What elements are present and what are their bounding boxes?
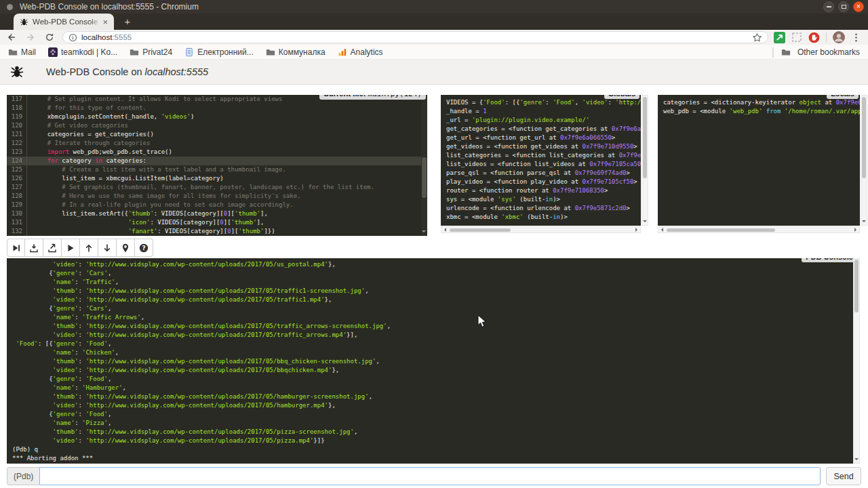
- bookmark-item[interactable]: Analytics: [338, 47, 383, 57]
- reload-icon[interactable]: [42, 31, 57, 43]
- globals-badge: Globals: [604, 95, 639, 99]
- locals-hscrollbar-thumb[interactable]: [667, 228, 775, 232]
- bookmark-item[interactable]: teamkodi | Ko...: [48, 47, 117, 57]
- pdb-console-badge: PDB Console: [802, 258, 853, 262]
- code-text: 'fanart': VIDEOS[category][0]['thumb']}): [27, 227, 275, 236]
- console-scrollbar-thumb[interactable]: [854, 260, 859, 312]
- console-line: 'video': 'http://www.vidsplay.com/wp-con…: [12, 331, 853, 340]
- return-button[interactable]: [43, 239, 62, 257]
- new-tab-button[interactable]: +: [119, 16, 136, 28]
- locals-scroll-down-arrow[interactable]: [862, 220, 866, 224]
- window-title: Web-PDB Console on localhost:5555 - Chro…: [20, 2, 199, 12]
- code-text: import web_pdb;web_pdb.set_trace(): [27, 148, 172, 157]
- globals-hscrollbar-thumb[interactable]: [450, 228, 511, 232]
- tab-title: Web-PDB Console on loca: [33, 18, 100, 26]
- forward-icon[interactable]: [23, 31, 38, 43]
- console-line: *** Aborting addon ***: [12, 454, 853, 463]
- extension-blocker-icon[interactable]: [808, 32, 820, 43]
- debugger-toolbar: ?: [7, 239, 153, 257]
- extension-gray-icon[interactable]: [791, 32, 802, 43]
- editor-vertical-scrollbar[interactable]: [421, 95, 427, 236]
- back-icon[interactable]: [4, 31, 19, 43]
- extension-green-icon[interactable]: [774, 32, 785, 43]
- code-line: 121 categories = get_categories(): [7, 130, 427, 139]
- chart-icon: [338, 47, 347, 57]
- continue-button[interactable]: [62, 239, 80, 257]
- address-bar[interactable]: localhost:5555: [62, 31, 768, 43]
- console-scroll-down-arrow[interactable]: [854, 458, 859, 462]
- globals-horizontal-scrollbar[interactable]: [441, 226, 641, 233]
- bookmark-item[interactable]: Privat24: [130, 47, 172, 57]
- down-icon: [102, 243, 112, 253]
- code-lines: 117 # Set plugin content. It allows Kodi…: [7, 95, 427, 236]
- globals-scroll-left-arrow[interactable]: [442, 228, 446, 232]
- code-line: 131 'icon': VIDEOS[category][0]['thumb']…: [7, 218, 427, 227]
- up-button[interactable]: [80, 239, 98, 257]
- send-button[interactable]: Send: [826, 467, 861, 485]
- mouse-cursor: [477, 314, 488, 331]
- step-button[interactable]: [25, 239, 43, 257]
- step-icon: [29, 243, 39, 253]
- window-titlebar[interactable]: Web-PDB Console on localhost:5555 - Chro…: [0, 0, 868, 14]
- console-line: 'video': 'http://www.vidsplay.com/wp-con…: [12, 260, 853, 269]
- next-icon: [12, 243, 21, 253]
- down-button[interactable]: [98, 239, 117, 257]
- bookmark-label: Analytics: [351, 47, 383, 57]
- code-line: 126 list_item = xbmcgui.ListItem(label=c…: [7, 174, 427, 183]
- locals-horizontal-scrollbar[interactable]: [658, 226, 860, 233]
- locals-scroll-right-arrow[interactable]: [854, 228, 859, 232]
- active-tab[interactable]: Web-PDB Console on loca ×: [14, 14, 114, 30]
- bookmark-item[interactable]: Mail: [8, 47, 36, 57]
- line-number: 118: [7, 104, 27, 113]
- globals-line: xbmc = <module 'xbmc' (built-in)>: [446, 213, 641, 222]
- bookmark-star-icon[interactable]: [752, 33, 762, 43]
- maximize-button[interactable]: [838, 1, 849, 12]
- line-number: 125: [7, 165, 27, 174]
- kodi-icon: [48, 47, 58, 57]
- window-close-button[interactable]: ×: [853, 1, 864, 12]
- locals-scrollbar-thumb[interactable]: [862, 97, 866, 178]
- code-text: # Set graphics (thumbnail, fanart, banne…: [27, 183, 374, 192]
- pdb-prompt-row: (Pdb) Send: [7, 467, 861, 485]
- console-line: 'thumb': 'http://www.vidsplay.com/wp-con…: [12, 428, 853, 436]
- editor-scrollbar-thumb[interactable]: [422, 157, 427, 198]
- other-bookmarks[interactable]: | Other bookmarks: [772, 46, 860, 58]
- site-info-icon[interactable]: [68, 33, 77, 42]
- current-file-panel: Current file: main.py(124) 117 # Set plu…: [7, 95, 427, 236]
- help-button[interactable]: ?: [135, 239, 153, 257]
- code-line: 128 # Here we use the same image for all…: [7, 192, 427, 201]
- bookmark-item[interactable]: Коммуналка: [266, 47, 326, 57]
- globals-line: urlencode = <function urlencode at 0x7f9…: [446, 204, 641, 213]
- pdb-prompt-label: (Pdb): [7, 467, 39, 485]
- bookmark-label: Privat24: [142, 47, 172, 57]
- locals-badge: Locals: [827, 95, 859, 99]
- pdb-console-panel: PDB Console 'video': 'http://www.vidspla…: [7, 258, 853, 464]
- globals-line: play_video = <function play_video at 0x7…: [446, 178, 641, 186]
- pdb-command-input[interactable]: [39, 467, 821, 485]
- window-controls: ×: [823, 1, 864, 12]
- code-line: 132 'fanart': VIDEOS[category][0]['thumb…: [7, 227, 427, 236]
- globals-scroll-down-arrow[interactable]: [643, 220, 647, 224]
- editor-scroll-down-arrow[interactable]: [422, 230, 426, 235]
- globals-vertical-scrollbar[interactable]: [642, 95, 648, 226]
- locals-scroll-left-arrow[interactable]: [659, 228, 663, 232]
- bookmarks-list: Mailteamkodi | Ko...Privat24Електронний.…: [0, 47, 383, 57]
- locals-vertical-scrollbar[interactable]: [861, 95, 867, 226]
- where-button[interactable]: [117, 239, 135, 257]
- console-line: 'name': 'Traffic Arrows',: [12, 313, 853, 322]
- globals-scrollbar-thumb[interactable]: [643, 97, 647, 178]
- globals-scroll-right-arrow[interactable]: [635, 228, 639, 232]
- console-vertical-scrollbar[interactable]: [853, 258, 860, 464]
- browser-menu-icon[interactable]: [851, 33, 861, 43]
- code-text: 'icon': VIDEOS[category][0]['thumb'],: [27, 218, 264, 227]
- tab-close-icon[interactable]: ×: [100, 17, 110, 27]
- next-button[interactable]: [7, 239, 25, 257]
- bookmark-item[interactable]: Електронний...: [184, 47, 254, 57]
- code-line: 124 for category in categories:: [7, 157, 427, 165]
- bookmark-label: Mail: [21, 47, 36, 57]
- code-line: 130 list_item.setArt({'thumb': VIDEOS[ca…: [7, 209, 427, 218]
- profile-avatar[interactable]: [833, 31, 845, 43]
- page-title-host: localhost:5555: [145, 66, 209, 77]
- minimize-button[interactable]: [823, 1, 834, 12]
- code-text: # Iterate through categories: [27, 139, 150, 148]
